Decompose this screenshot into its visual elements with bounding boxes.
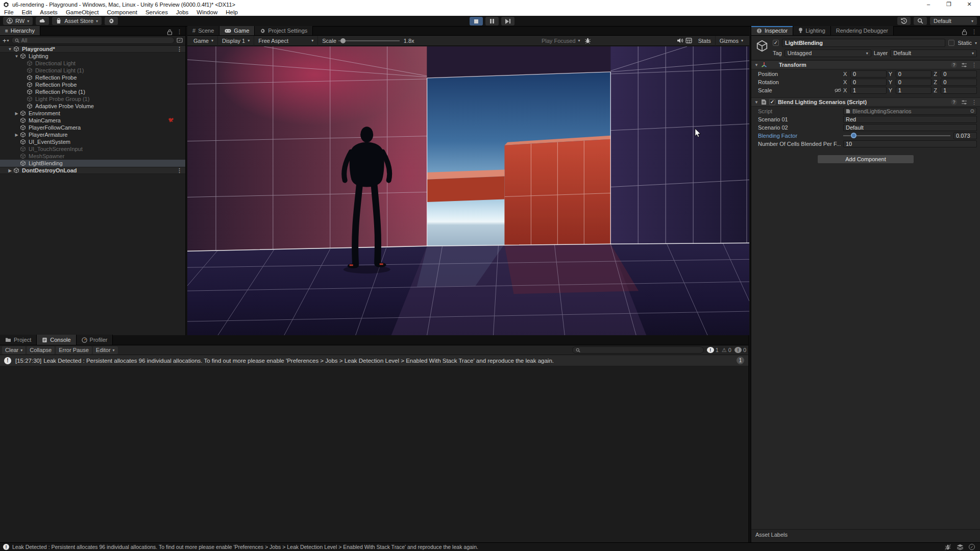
kebab-menu-icon[interactable]: ⋮ (177, 29, 182, 35)
tab-rendering-debugger[interactable]: Rendering Debugger (831, 26, 894, 35)
hierarchy-row[interactable]: Reflection Probe (1) ⋮ (0, 88, 185, 95)
kebab-menu-icon[interactable]: ⋮ (177, 167, 182, 174)
menu-item[interactable]: Window (192, 9, 222, 15)
menu-item[interactable]: Help (222, 9, 242, 15)
component-enabled-checkbox[interactable]: ✓ (769, 99, 775, 105)
scale-slider[interactable] (338, 40, 400, 41)
scale-y-field[interactable]: 1 (896, 87, 932, 94)
hierarchy-row[interactable]: MeshSpawner ⋮ (0, 153, 185, 160)
aspect-dropdown[interactable]: Free Aspect▾ (254, 36, 318, 46)
presets-icon[interactable] (961, 62, 967, 68)
close-button[interactable]: ✕ (966, 1, 973, 8)
hierarchy-row[interactable]: ▶ PlayerArmature ⋮ (0, 131, 185, 138)
scene-picker-icon[interactable] (177, 37, 183, 43)
minimize-button[interactable]: – (925, 1, 932, 8)
game-viewport[interactable] (187, 46, 749, 335)
asset-labels-section[interactable]: Asset Labels (751, 529, 980, 542)
gizmos-dropdown[interactable]: Gizmos▾ (716, 36, 747, 46)
console-search-box[interactable] (572, 346, 704, 354)
tab-console[interactable]: Console (37, 335, 76, 345)
warning-count-toggle[interactable]: ⚠ 0 (722, 347, 731, 354)
script-object-field[interactable]: BlendLightingScenarios ⊙ (843, 108, 977, 115)
tag-dropdown[interactable]: Untagged▾ (785, 49, 871, 57)
cells-blended-field[interactable]: 10 (843, 140, 977, 147)
transform-section-header[interactable]: ▼ Transform ? ⋮ (751, 60, 980, 69)
play-stop-button[interactable] (470, 17, 483, 26)
hierarchy-row[interactable]: UI_TouchScreenInput ⋮ (0, 145, 185, 153)
console-log-entry[interactable]: ! [15:27:30] Leak Detected : Persistent … (0, 355, 748, 366)
static-dropdown-arrow[interactable]: ▾ (975, 41, 977, 45)
editor-dropdown[interactable]: Editor▾ (93, 346, 118, 354)
cloud-button[interactable] (36, 17, 49, 25)
scale-x-field[interactable]: 1 (850, 87, 887, 94)
foldout-arrow[interactable]: ▼ (13, 54, 20, 59)
menu-item[interactable]: Component (103, 9, 141, 15)
hierarchy-row[interactable]: LightBlending ⋮ (0, 160, 185, 167)
rotation-z-field[interactable]: 0 (941, 79, 977, 86)
tab-project[interactable]: Project (0, 335, 37, 345)
asset-store-button[interactable]: Asset Store▾ (52, 17, 102, 25)
hierarchy-row[interactable]: ▶ DontDestroyOnLoad ⋮ (0, 167, 185, 174)
kebab-menu-icon[interactable]: ⋮ (971, 99, 977, 106)
vsync-grid-icon[interactable] (685, 38, 692, 43)
position-x-field[interactable]: 0 (850, 70, 887, 78)
create-object-button[interactable]: +▾ (3, 37, 9, 44)
blending-factor-slider[interactable] (843, 135, 950, 136)
info-count-toggle[interactable]: ! 1 (707, 347, 719, 353)
error-pause-toggle[interactable]: Error Pause (56, 346, 92, 354)
add-component-button[interactable]: Add Component (817, 155, 914, 164)
tab-scene[interactable]: # Scene (187, 26, 219, 35)
debug-bug-icon[interactable] (584, 37, 591, 44)
display-dropdown[interactable]: Display 1▾ (218, 36, 254, 46)
object-picker-icon[interactable]: ⊙ (970, 108, 974, 114)
collapse-toggle[interactable]: Collapse (27, 346, 55, 354)
hierarchy-row[interactable]: Light Probe Group (1) ⋮ (0, 95, 185, 103)
kebab-menu-icon[interactable]: ⋮ (971, 62, 977, 68)
link-scale-icon[interactable] (835, 88, 841, 93)
undo-history-button[interactable] (897, 17, 911, 25)
menu-item[interactable]: File (0, 9, 18, 15)
hierarchy-row[interactable]: MainCamera ⋮ (0, 117, 185, 124)
hierarchy-row[interactable]: Directional Light (1) ⋮ (0, 67, 185, 74)
foldout-arrow[interactable]: ▼ (7, 47, 13, 52)
scenario02-field[interactable]: Default (843, 124, 977, 131)
foldout-arrow[interactable]: ▶ (13, 111, 20, 116)
layer-dropdown[interactable]: Default▾ (890, 49, 977, 57)
foldout-arrow[interactable]: ▶ (13, 133, 20, 137)
hierarchy-row[interactable]: ▼ Lighting ⋮ (0, 53, 185, 60)
hierarchy-search-box[interactable] (11, 37, 175, 44)
tab-hierarchy[interactable]: ≡ Hierarchy (0, 26, 40, 35)
stats-toggle[interactable]: Stats (694, 36, 716, 46)
menu-item[interactable]: GameObject (62, 9, 103, 15)
error-count-toggle[interactable]: ! 0 (734, 347, 746, 353)
scenario01-field[interactable]: Red (843, 116, 977, 123)
help-icon[interactable]: ? (951, 62, 957, 68)
scale-z-field[interactable]: 1 (941, 87, 977, 94)
menu-item[interactable]: Jobs (172, 9, 192, 15)
lock-icon[interactable] (167, 29, 173, 35)
clear-button[interactable]: Clear▾ (2, 346, 26, 354)
hierarchy-row[interactable]: Reflection Probe ⋮ (0, 74, 185, 81)
hierarchy-search-input[interactable] (21, 37, 171, 43)
rotation-y-field[interactable]: 0 (896, 79, 932, 86)
presets-icon[interactable] (961, 99, 967, 105)
kebab-menu-icon[interactable]: ⋮ (971, 29, 977, 35)
mute-audio-icon[interactable] (677, 38, 683, 43)
static-checkbox[interactable] (948, 40, 954, 46)
hierarchy-row[interactable]: ▼ Playground* ⋮ (0, 45, 185, 53)
tab-inspector[interactable]: Inspector (751, 26, 793, 35)
hierarchy-row[interactable]: UI_EventSystem ⋮ (0, 138, 185, 145)
console-search-input[interactable] (582, 347, 700, 353)
layout-dropdown[interactable]: Default▾ (930, 17, 977, 25)
menu-item[interactable]: Edit (18, 9, 36, 15)
lock-icon[interactable] (962, 29, 967, 35)
scale-slider-handle[interactable] (340, 38, 346, 43)
menu-item[interactable]: Services (141, 9, 172, 15)
maximize-button[interactable]: ❐ (945, 1, 952, 8)
hierarchy-row[interactable]: PlayerFollowCamera ⋮ (0, 124, 185, 131)
cache-layers-icon[interactable] (957, 544, 964, 550)
kebab-menu-icon[interactable]: ⋮ (177, 46, 182, 53)
tab-game[interactable]: Game (219, 26, 255, 35)
rotation-x-field[interactable]: 0 (850, 79, 887, 86)
position-y-field[interactable]: 0 (896, 70, 932, 78)
